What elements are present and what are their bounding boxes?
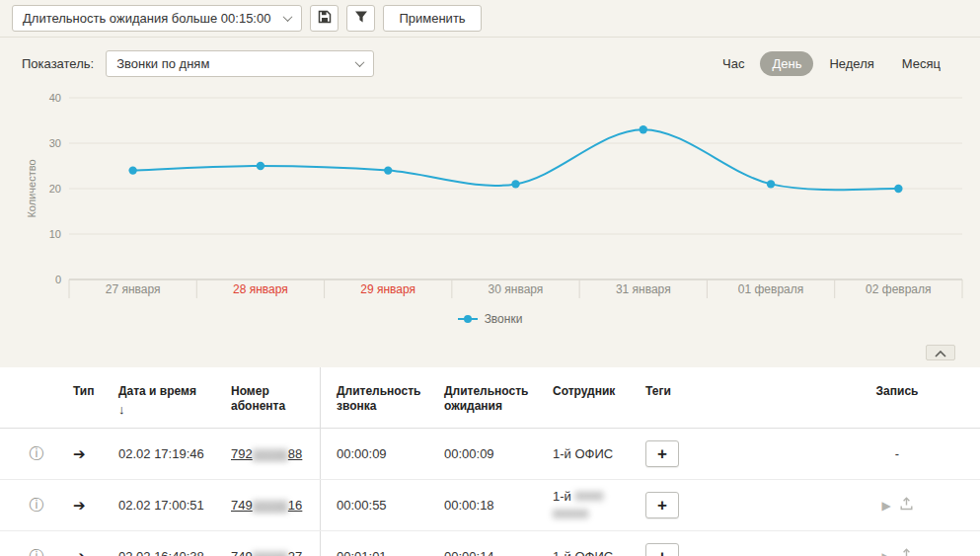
wait-duration: 00:00:09: [430, 429, 541, 479]
svg-text:0: 0: [55, 274, 61, 285]
wait-duration: 00:00:18: [430, 480, 541, 530]
call-analytics-page: Длительность ожидания больше 00:15:00 Пр…: [0, 0, 980, 556]
play-icon[interactable]: ▶: [881, 550, 890, 556]
metric-label: Показатель:: [22, 56, 94, 71]
header-tags: Теги: [636, 367, 839, 428]
call-duration: 00:01:01: [320, 531, 430, 556]
legend-line-icon: [458, 318, 478, 320]
download-icon[interactable]: [900, 497, 913, 514]
svg-text:Количество: Количество: [26, 159, 38, 217]
table-body: ⓘ➔02.02 17:19:46792000008800:00:0900:00:…: [0, 429, 980, 556]
add-tag-button[interactable]: +: [645, 440, 679, 467]
blurred-text: 00000: [253, 549, 288, 556]
tab-hour[interactable]: Час: [711, 51, 756, 76]
metric-dropdown[interactable]: Звонки по дням: [106, 50, 374, 77]
apply-button[interactable]: Применить: [383, 5, 481, 32]
record-cell: ▶: [839, 531, 955, 556]
x-axis-label: 28 января: [196, 282, 324, 296]
collapse-table-button[interactable]: [926, 345, 955, 360]
add-tag-button[interactable]: +: [645, 543, 679, 556]
outgoing-call-icon: ➔: [73, 497, 86, 515]
call-datetime: 02.02 17:19:46: [101, 429, 211, 479]
chart-legend: Звонки: [0, 312, 980, 326]
chart-plot-area: 010203040Количество: [0, 89, 980, 300]
period-tabs: Час День Неделя Месяц: [711, 51, 952, 76]
info-icon[interactable]: ⓘ: [30, 496, 44, 515]
data-point[interactable]: [894, 185, 902, 193]
download-icon[interactable]: [900, 548, 913, 556]
record-cell: -: [839, 429, 955, 479]
legend-label: Звонки: [485, 312, 523, 326]
save-icon: [318, 10, 332, 27]
data-point[interactable]: [640, 125, 647, 133]
data-point[interactable]: [257, 162, 264, 170]
data-point[interactable]: [511, 180, 519, 188]
data-point[interactable]: [384, 166, 392, 174]
calls-table: Тип Дата и время ↓ Номер абонента Длител…: [0, 367, 980, 556]
record-cell: ▶: [839, 480, 955, 530]
caller-number-link[interactable]: 7490000027: [231, 549, 302, 556]
svg-text:40: 40: [49, 92, 61, 104]
caller-number-link[interactable]: 7920000088: [231, 446, 302, 461]
call-datetime: 02.02 17:00:51: [101, 480, 211, 530]
add-tag-button[interactable]: +: [645, 492, 679, 518]
filter-toolbar: Длительность ожидания больше 00:15:00 Пр…: [0, 0, 980, 38]
table-row: ⓘ➔02.02 17:00:51749000001600:00:5500:00:…: [0, 480, 980, 531]
tab-week[interactable]: Неделя: [817, 51, 885, 76]
chevron-down-icon: [355, 57, 365, 67]
blurred-text: 00000: [253, 498, 288, 513]
call-duration: 00:00:09: [320, 429, 430, 479]
svg-text:20: 20: [49, 183, 61, 195]
header-wait-duration: Длительность ожидания: [430, 367, 541, 428]
data-point[interactable]: [128, 166, 136, 174]
employee-name: 1-й 000000000: [553, 488, 603, 522]
chevron-up-icon: [935, 346, 946, 360]
filter-dropdown[interactable]: Длительность ожидания больше 00:15:00: [12, 5, 302, 32]
header-datetime[interactable]: Дата и время ↓: [101, 367, 211, 428]
play-icon[interactable]: ▶: [881, 499, 890, 513]
no-record-dash: -: [895, 446, 899, 461]
tab-day[interactable]: День: [760, 51, 813, 76]
metric-dropdown-value: Звонки по дням: [116, 56, 209, 71]
outgoing-call-icon: ➔: [73, 548, 86, 556]
info-icon[interactable]: ⓘ: [30, 444, 44, 463]
header-call-duration: Длительность звонка: [320, 367, 430, 428]
tab-month[interactable]: Месяц: [890, 51, 952, 76]
chart-controls: Показатель: Звонки по дням Час День Неде…: [0, 38, 980, 89]
caller-number-link[interactable]: 7490000016: [231, 498, 302, 513]
svg-text:10: 10: [49, 228, 61, 240]
call-datetime: 02.02 16:40:38: [101, 531, 211, 556]
blurred-text: 00000: [553, 507, 588, 521]
x-axis-label: 02 февраля: [835, 282, 962, 296]
x-axis-label: 01 февраля: [707, 282, 834, 296]
employee-name: 1-й ОФИС: [553, 445, 613, 463]
table-row: ⓘ➔02.02 16:40:38749000002700:01:0100:00:…: [0, 531, 980, 556]
table-header-row: Тип Дата и время ↓ Номер абонента Длител…: [0, 367, 980, 429]
data-point[interactable]: [767, 180, 775, 188]
x-axis-label: 31 января: [579, 282, 707, 296]
wait-duration: 00:00:14: [430, 531, 541, 556]
x-axis-label: 30 января: [452, 282, 579, 296]
filter-funnel-button[interactable]: [346, 5, 375, 32]
header-record: Запись: [839, 367, 955, 428]
header-type: Тип: [51, 367, 101, 428]
header-caller-number: Номер абонента: [211, 367, 320, 428]
filter-icon: [354, 10, 368, 27]
filter-dropdown-value: Длительность ожидания больше 00:15:00: [23, 11, 270, 26]
outgoing-call-icon: ➔: [73, 445, 86, 463]
x-axis-label: 27 января: [69, 282, 196, 296]
header-info: [22, 367, 51, 428]
save-filter-button[interactable]: [310, 5, 339, 32]
blurred-text: 0000: [574, 489, 603, 504]
call-duration: 00:00:55: [320, 480, 430, 530]
splitter-row: [0, 338, 980, 367]
employee-name: 1-й ОФИС: [553, 548, 613, 556]
header-employee: Сотрудник: [541, 367, 636, 428]
table-row: ⓘ➔02.02 17:19:46792000008800:00:0900:00:…: [0, 429, 980, 480]
x-axis-label: 29 января: [325, 282, 452, 296]
chart-x-axis-labels: 27 января28 января29 января30 января31 я…: [69, 282, 962, 296]
sort-desc-icon[interactable]: ↓: [118, 402, 125, 418]
chevron-down-icon: [283, 12, 293, 22]
info-icon[interactable]: ⓘ: [30, 547, 44, 556]
blurred-text: 00000: [253, 446, 288, 461]
